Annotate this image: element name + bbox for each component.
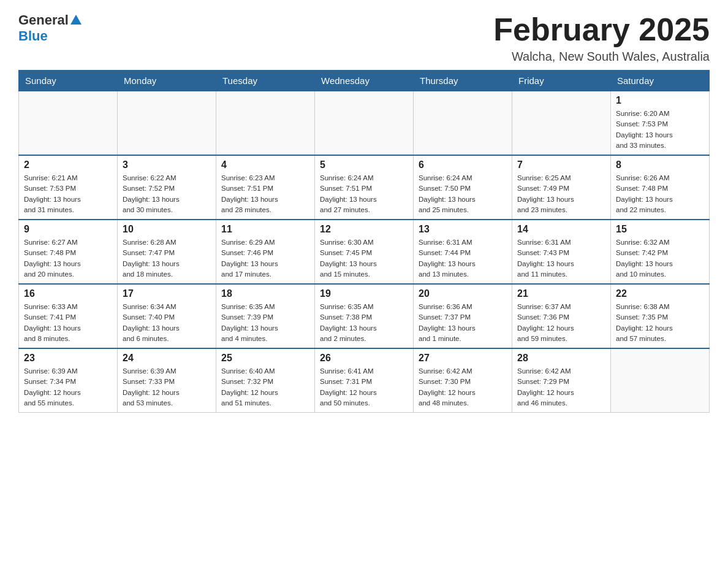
day-number: 21 [517,288,605,299]
day-info: Sunrise: 6:42 AM Sunset: 7:29 PM Dayligh… [517,366,605,408]
calendar-week-row: 1Sunrise: 6:20 AM Sunset: 7:53 PM Daylig… [19,91,710,156]
calendar-cell [216,91,315,156]
day-info: Sunrise: 6:42 AM Sunset: 7:30 PM Dayligh… [419,366,507,408]
day-number: 2 [24,159,112,170]
day-number: 3 [123,159,211,170]
calendar-header-tuesday: Tuesday [216,71,315,91]
day-number: 10 [123,224,211,235]
day-number: 22 [616,288,704,299]
day-number: 11 [221,224,309,235]
calendar-cell [611,348,710,413]
day-number: 20 [419,288,507,299]
day-info: Sunrise: 6:35 AM Sunset: 7:39 PM Dayligh… [221,302,309,344]
day-number: 6 [419,159,507,170]
calendar-cell: 28Sunrise: 6:42 AM Sunset: 7:29 PM Dayli… [512,348,611,413]
day-number: 26 [320,353,408,364]
day-info: Sunrise: 6:31 AM Sunset: 7:43 PM Dayligh… [517,237,605,280]
calendar-header-wednesday: Wednesday [315,71,414,91]
calendar-cell: 2Sunrise: 6:21 AM Sunset: 7:53 PM Daylig… [19,155,118,220]
day-info: Sunrise: 6:28 AM Sunset: 7:47 PM Dayligh… [123,237,211,280]
day-number: 4 [221,159,309,170]
logo-triangle-icon [69,13,83,27]
calendar-cell: 7Sunrise: 6:25 AM Sunset: 7:49 PM Daylig… [512,155,611,220]
day-info: Sunrise: 6:34 AM Sunset: 7:40 PM Dayligh… [123,302,211,344]
calendar-cell: 8Sunrise: 6:26 AM Sunset: 7:48 PM Daylig… [611,155,710,220]
calendar-cell: 24Sunrise: 6:39 AM Sunset: 7:33 PM Dayli… [118,348,216,413]
calendar-cell: 20Sunrise: 6:36 AM Sunset: 7:37 PM Dayli… [414,284,512,348]
day-number: 8 [616,159,704,170]
calendar-header-friday: Friday [512,71,611,91]
day-info: Sunrise: 6:30 AM Sunset: 7:45 PM Dayligh… [320,237,408,280]
calendar-cell: 26Sunrise: 6:41 AM Sunset: 7:31 PM Dayli… [315,348,414,413]
calendar-cell: 18Sunrise: 6:35 AM Sunset: 7:39 PM Dayli… [216,284,315,348]
logo-blue-text: Blue [18,28,48,44]
page-title: February 2025 [493,12,710,47]
calendar-header-sunday: Sunday [19,71,118,91]
calendar-header-saturday: Saturday [611,71,710,91]
day-info: Sunrise: 6:40 AM Sunset: 7:32 PM Dayligh… [221,366,309,408]
title-block: February 2025 Walcha, New South Wales, A… [493,12,710,64]
day-info: Sunrise: 6:37 AM Sunset: 7:36 PM Dayligh… [517,302,605,344]
calendar-cell: 11Sunrise: 6:29 AM Sunset: 7:46 PM Dayli… [216,220,315,284]
calendar-cell [315,91,414,156]
calendar-week-row: 16Sunrise: 6:33 AM Sunset: 7:41 PM Dayli… [19,284,710,348]
day-number: 14 [517,224,605,235]
day-info: Sunrise: 6:26 AM Sunset: 7:48 PM Dayligh… [616,173,704,215]
calendar-cell: 3Sunrise: 6:22 AM Sunset: 7:52 PM Daylig… [118,155,216,220]
calendar-cell: 10Sunrise: 6:28 AM Sunset: 7:47 PM Dayli… [118,220,216,284]
calendar-cell: 4Sunrise: 6:23 AM Sunset: 7:51 PM Daylig… [216,155,315,220]
calendar-cell: 27Sunrise: 6:42 AM Sunset: 7:30 PM Dayli… [414,348,512,413]
day-info: Sunrise: 6:24 AM Sunset: 7:51 PM Dayligh… [320,173,408,215]
calendar-cell: 17Sunrise: 6:34 AM Sunset: 7:40 PM Dayli… [118,284,216,348]
day-info: Sunrise: 6:22 AM Sunset: 7:52 PM Dayligh… [123,173,211,215]
day-info: Sunrise: 6:39 AM Sunset: 7:33 PM Dayligh… [123,366,211,408]
calendar-cell: 22Sunrise: 6:38 AM Sunset: 7:35 PM Dayli… [611,284,710,348]
day-number: 18 [221,288,309,299]
calendar-week-row: 2Sunrise: 6:21 AM Sunset: 7:53 PM Daylig… [19,155,710,220]
calendar-cell: 14Sunrise: 6:31 AM Sunset: 7:43 PM Dayli… [512,220,611,284]
day-number: 23 [24,353,112,364]
calendar-cell: 19Sunrise: 6:35 AM Sunset: 7:38 PM Dayli… [315,284,414,348]
day-info: Sunrise: 6:31 AM Sunset: 7:44 PM Dayligh… [419,237,507,280]
calendar-header-monday: Monday [118,71,216,91]
day-number: 13 [419,224,507,235]
day-number: 1 [616,95,704,106]
calendar-cell: 13Sunrise: 6:31 AM Sunset: 7:44 PM Dayli… [414,220,512,284]
calendar-cell: 25Sunrise: 6:40 AM Sunset: 7:32 PM Dayli… [216,348,315,413]
day-number: 24 [123,353,211,364]
calendar-table: SundayMondayTuesdayWednesdayThursdayFrid… [18,70,710,413]
day-number: 17 [123,288,211,299]
calendar-week-row: 9Sunrise: 6:27 AM Sunset: 7:48 PM Daylig… [19,220,710,284]
day-info: Sunrise: 6:32 AM Sunset: 7:42 PM Dayligh… [616,237,704,280]
svg-marker-0 [70,15,82,25]
calendar-cell: 12Sunrise: 6:30 AM Sunset: 7:45 PM Dayli… [315,220,414,284]
day-info: Sunrise: 6:23 AM Sunset: 7:51 PM Dayligh… [221,173,309,215]
day-number: 5 [320,159,408,170]
day-info: Sunrise: 6:20 AM Sunset: 7:53 PM Dayligh… [616,109,704,151]
day-info: Sunrise: 6:33 AM Sunset: 7:41 PM Dayligh… [24,302,112,344]
calendar-cell: 15Sunrise: 6:32 AM Sunset: 7:42 PM Dayli… [611,220,710,284]
day-number: 19 [320,288,408,299]
calendar-cell [414,91,512,156]
calendar-cell: 1Sunrise: 6:20 AM Sunset: 7:53 PM Daylig… [611,91,710,156]
calendar-cell: 21Sunrise: 6:37 AM Sunset: 7:36 PM Dayli… [512,284,611,348]
calendar-header-thursday: Thursday [414,71,512,91]
calendar-cell: 5Sunrise: 6:24 AM Sunset: 7:51 PM Daylig… [315,155,414,220]
calendar-week-row: 23Sunrise: 6:39 AM Sunset: 7:34 PM Dayli… [19,348,710,413]
calendar-cell [118,91,216,156]
day-info: Sunrise: 6:24 AM Sunset: 7:50 PM Dayligh… [419,173,507,215]
calendar-cell: 6Sunrise: 6:24 AM Sunset: 7:50 PM Daylig… [414,155,512,220]
calendar-cell: 9Sunrise: 6:27 AM Sunset: 7:48 PM Daylig… [19,220,118,284]
day-info: Sunrise: 6:21 AM Sunset: 7:53 PM Dayligh… [24,173,112,215]
calendar-cell: 23Sunrise: 6:39 AM Sunset: 7:34 PM Dayli… [19,348,118,413]
calendar-cell: 16Sunrise: 6:33 AM Sunset: 7:41 PM Dayli… [19,284,118,348]
day-number: 16 [24,288,112,299]
day-info: Sunrise: 6:38 AM Sunset: 7:35 PM Dayligh… [616,302,704,344]
page-header: General Blue February 2025 Walcha, New S… [18,12,710,64]
day-info: Sunrise: 6:27 AM Sunset: 7:48 PM Dayligh… [24,237,112,280]
day-info: Sunrise: 6:35 AM Sunset: 7:38 PM Dayligh… [320,302,408,344]
day-number: 7 [517,159,605,170]
day-number: 28 [517,353,605,364]
day-number: 9 [24,224,112,235]
day-info: Sunrise: 6:29 AM Sunset: 7:46 PM Dayligh… [221,237,309,280]
